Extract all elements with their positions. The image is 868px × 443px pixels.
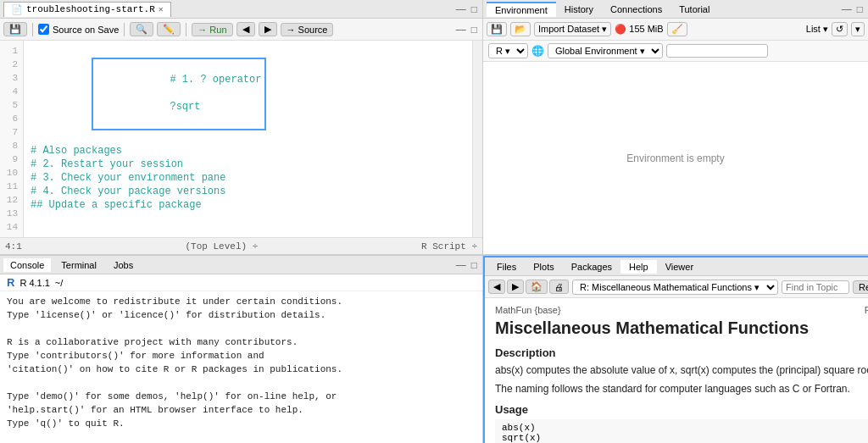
- tab-help[interactable]: Help: [620, 260, 657, 274]
- help-usage-code: abs(x)sqrt(x): [495, 419, 868, 443]
- env-maximize-btn[interactable]: □: [855, 3, 865, 15]
- help-home-btn[interactable]: 🏠: [526, 280, 548, 294]
- console-line-8: Type 'demo()' for some demos, 'help()' f…: [7, 390, 476, 403]
- help-back-btn[interactable]: ◀: [488, 280, 505, 294]
- run-btn[interactable]: → Run: [192, 23, 232, 36]
- console-header: R R 4.1.1 ~/: [0, 274, 482, 291]
- tab-jobs[interactable]: Jobs: [107, 258, 140, 272]
- env-search-input[interactable]: [666, 44, 768, 58]
- help-breadcrumb: MathFun {base} R Documentation: [495, 305, 868, 315]
- help-usage-heading: Usage: [495, 403, 868, 416]
- source-btn[interactable]: → Source: [281, 23, 334, 36]
- console-minimize-btn[interactable]: —: [454, 259, 468, 271]
- help-desc-text2: The naming follows the standard for comp…: [495, 381, 868, 396]
- help-desc-text1: abs(x) computes the absolute value of x,…: [495, 363, 868, 378]
- editor-maximize-btn[interactable]: □: [470, 3, 479, 15]
- env-menu-btn[interactable]: ▾: [851, 22, 865, 36]
- help-nav-buttons: ◀ ▶ 🏠 🖨: [488, 280, 569, 294]
- toolbar-sep-2: [124, 23, 125, 36]
- globe-icon: 🌐: [531, 45, 544, 58]
- help-content: MathFun {base} R Documentation Miscellan…: [485, 298, 868, 443]
- tab-packages[interactable]: Packages: [563, 260, 620, 274]
- help-title: Miscellaneous Mathematical Functions: [495, 318, 868, 338]
- help-print-btn[interactable]: 🖨: [549, 280, 569, 294]
- code-line-2-text: ?sqrt: [170, 101, 200, 113]
- source-on-save-label: Source on Save: [53, 25, 119, 35]
- env-minimize-btn[interactable]: —: [840, 3, 854, 15]
- console-path: ~/: [55, 278, 63, 288]
- nav-fwd-btn[interactable]: ▶: [259, 22, 277, 36]
- editor-tab-label: troubleshooting-start.R: [26, 4, 155, 14]
- new-file-btn[interactable]: 💾: [3, 22, 27, 36]
- console-line-10: Type 'q()' to quit R.: [7, 417, 476, 430]
- tab-terminal[interactable]: Terminal: [54, 258, 103, 272]
- tab-environment[interactable]: Environment: [487, 2, 556, 17]
- console-output[interactable]: You are welcome to redistribute it under…: [0, 291, 482, 443]
- editor-scrollbar[interactable]: [472, 41, 482, 237]
- tab-console[interactable]: Console: [3, 258, 51, 272]
- toolbar-sep-1: [32, 23, 33, 36]
- env-empty-message: Environment is empty: [483, 62, 868, 254]
- tab-close-btn[interactable]: ✕: [159, 4, 164, 14]
- breadcrumb-left: MathFun {base}: [495, 305, 561, 315]
- tab-connections[interactable]: Connections: [602, 3, 670, 16]
- right-panel-tabs: Environment History Connections Tutorial…: [483, 0, 868, 19]
- r-file-icon: 📄: [11, 4, 23, 15]
- search-btn[interactable]: 🔍: [130, 22, 153, 36]
- code-line-4: # Also packages: [31, 144, 465, 158]
- editor-tab-file[interactable]: 📄 troubleshooting-start.R ✕: [3, 2, 171, 17]
- tab-tutorial[interactable]: Tutorial: [670, 3, 718, 16]
- editor-pane-minimize[interactable]: —: [454, 24, 468, 36]
- env-save-btn[interactable]: 💾: [487, 22, 507, 36]
- r-version: R 4.1.1: [19, 278, 49, 288]
- help-desc-heading: Description: [495, 346, 868, 359]
- console-line-6: 'citation()' on how to cite R or R packa…: [7, 363, 476, 376]
- code-line-7: # 2. Restart your session: [31, 158, 465, 171]
- code-line-16: ## Update a specific package: [31, 198, 465, 212]
- editor-minimize-btn[interactable]: —: [454, 3, 468, 15]
- console-line-3: [7, 322, 476, 335]
- console-line-1: You are welcome to redistribute it under…: [7, 295, 476, 308]
- help-find-input[interactable]: [782, 280, 849, 294]
- line-numbers: 12345 678910 1112131415 16: [0, 41, 24, 237]
- code-editor[interactable]: # 1. ? operator ?sqrt # Also packages # …: [24, 41, 472, 237]
- code-comment-1: # 1. ? operator: [170, 74, 261, 86]
- tab-plots[interactable]: Plots: [525, 260, 562, 274]
- console-line-11: [7, 430, 476, 443]
- file-type: R Script ÷: [421, 241, 477, 252]
- console-line-7: [7, 376, 476, 390]
- breadcrumb-right: R Documentation: [865, 305, 868, 315]
- tab-files[interactable]: Files: [488, 260, 525, 274]
- memory-indicator: 🔴 155 MiB: [615, 24, 663, 35]
- help-toolbar: ◀ ▶ 🏠 🖨 R: Miscellaneous Mathematical Fu…: [485, 276, 868, 298]
- nav-back-btn[interactable]: ◀: [236, 22, 255, 36]
- r-logo: R: [7, 276, 14, 289]
- env-import-btn[interactable]: Import Dataset ▾: [534, 22, 611, 36]
- code-line-1: # 1. ? operator ?sqrt: [31, 44, 465, 144]
- env-broom-btn[interactable]: 🧹: [667, 22, 687, 36]
- help-topic-select[interactable]: R: Miscellaneous Mathematical Functions …: [572, 280, 778, 295]
- console-line-5: Type 'contributors()' for more informati…: [7, 349, 476, 363]
- code-line-13: # 4. Check your package versions: [31, 185, 465, 198]
- scope-indicator: (Top Level) ÷: [185, 241, 258, 252]
- help-fwd-btn[interactable]: ▶: [507, 280, 524, 294]
- magic-btn[interactable]: ✏️: [157, 22, 181, 36]
- tab-viewer[interactable]: Viewer: [657, 260, 702, 274]
- env-load-btn[interactable]: 📂: [510, 22, 531, 36]
- refresh-help-btn[interactable]: Refresh Help Topic: [853, 280, 868, 294]
- source-on-save-checkbox[interactable]: [38, 24, 49, 35]
- r-language-select[interactable]: R ▾: [488, 43, 528, 58]
- code-line-9: # 3. Check your environment pane: [31, 171, 465, 185]
- tab-history[interactable]: History: [556, 3, 602, 16]
- console-maximize-btn[interactable]: □: [470, 259, 479, 271]
- editor-statusbar: 4:1 (Top Level) ÷ R Script ÷: [0, 237, 482, 254]
- console-line-2: Type 'license()' or 'licence()' for dist…: [7, 308, 476, 322]
- editor-pane-maximize[interactable]: □: [470, 24, 479, 36]
- global-env-select[interactable]: Global Environment ▾: [548, 43, 663, 58]
- console-tab-bar: Console Terminal Jobs — □: [0, 256, 482, 274]
- console-line-9: 'help.start()' for an HTML browser inter…: [7, 403, 476, 417]
- env-toolbar: 💾 📂 Import Dataset ▾ 🔴 155 MiB 🧹 List ▾ …: [483, 19, 868, 41]
- env-refresh-btn[interactable]: ↺: [832, 22, 848, 36]
- cursor-position: 4:1: [5, 241, 22, 252]
- console-line-4: R is a collaborative project with many c…: [7, 335, 476, 349]
